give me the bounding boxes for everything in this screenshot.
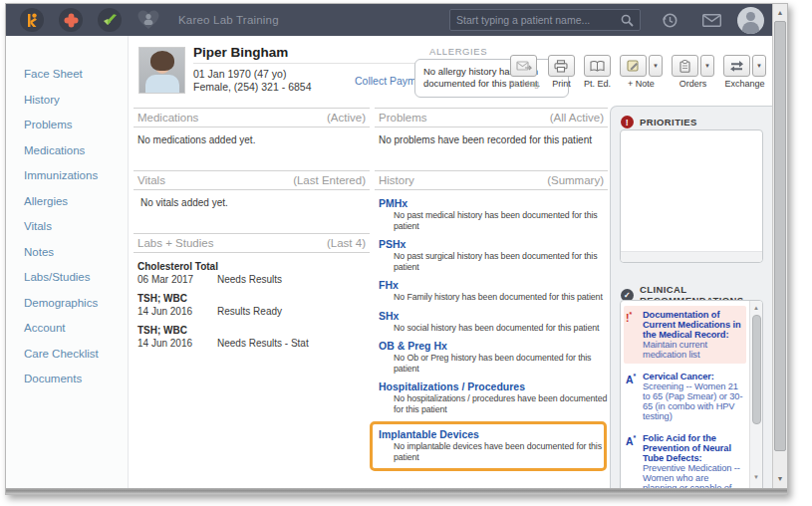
scroll-down-icon[interactable]: ▼: [773, 472, 787, 486]
priorities-header: ! PRIORITIES: [621, 116, 762, 128]
lab-entry[interactable]: TSH; WBC 14 Jun 2016 Results Ready: [137, 292, 366, 318]
screen: Kareo Lab Training: [0, 0, 812, 506]
recommendation-item[interactable]: !* Documentation of Current Medications …: [624, 306, 746, 364]
implantable-devices-highlight: Implantable Devices No implantable devic…: [370, 421, 607, 471]
recommendations-list: !* Documentation of Current Medications …: [620, 300, 763, 488]
facesheet-right-column: Problems (All Active) No problems have b…: [375, 108, 608, 471]
sidebar-item-demographics[interactable]: Demographics: [6, 291, 128, 317]
history-clock-icon[interactable]: [662, 12, 678, 29]
sidebar-item-allergies[interactable]: Allergies: [6, 189, 128, 215]
recommendation-item[interactable]: A* Folic Acid for the Prevention of Neur…: [624, 429, 746, 488]
sidebar-item-labs-studies[interactable]: Labs/Studies: [6, 265, 128, 291]
avatar-body-icon: [742, 22, 759, 34]
sidebar-item-face-sheet[interactable]: Face Sheet: [6, 62, 128, 88]
medications-section: Medications (Active) No medications adde…: [134, 108, 370, 170]
lab-entry[interactable]: Cholesterol Total 06 Mar 2017 Needs Resu…: [137, 260, 366, 286]
main-body: Face Sheet History Problems Medications …: [6, 36, 772, 488]
tasks-check-icon[interactable]: [98, 8, 122, 32]
ob-preg-link[interactable]: OB & Preg Hx: [379, 340, 604, 353]
scrollbar-thumb[interactable]: [774, 21, 786, 451]
medical-cross-icon[interactable]: [59, 8, 83, 32]
orders-button[interactable]: [672, 55, 698, 77]
mail-icon[interactable]: [702, 14, 721, 27]
labs-filter[interactable]: (Last 4): [327, 237, 366, 249]
problems-filter[interactable]: (All Active): [550, 112, 604, 124]
action-add-note: ▼ + Note: [620, 55, 663, 89]
lab-status: Needs Results - Stat: [217, 337, 309, 350]
vitals-section: Vitals (Last Entered) No vitals added ye…: [134, 170, 370, 233]
vitals-filter[interactable]: (Last Entered): [293, 174, 366, 186]
sidebar-item-care-checklist[interactable]: Care Checklist: [6, 342, 128, 368]
patient-search-input[interactable]: [450, 14, 615, 26]
medications-filter[interactable]: (Active): [327, 112, 366, 124]
sidebar-item-vitals[interactable]: Vitals: [6, 214, 128, 240]
pmhx-link[interactable]: PMHx: [379, 197, 604, 210]
search-icon[interactable]: [615, 14, 640, 27]
avatar-head-icon: [746, 12, 755, 21]
action-pt-ed: Pt. Ed.: [584, 55, 611, 89]
sidebar-item-medications[interactable]: Medications: [6, 138, 128, 164]
lab-date: 06 Mar 2017: [137, 273, 217, 286]
vitals-title: Vitals: [137, 174, 165, 186]
history-entry-shx: SHx No social history has been documente…: [379, 310, 604, 334]
scroll-down-icon[interactable]: ▼: [750, 471, 762, 483]
sidebar-item-history[interactable]: History: [6, 88, 128, 114]
history-filter[interactable]: (Summary): [547, 174, 604, 186]
user-avatar[interactable]: [737, 7, 764, 34]
recommendation-item[interactable]: A* Cervical Cancer: Screening -- Women 2…: [624, 368, 746, 425]
lab-status: Results Ready: [217, 305, 282, 318]
shx-link[interactable]: SHx: [379, 310, 604, 323]
history-title: History: [379, 174, 414, 186]
facesheet-left-column: Medications (Active) No medications adde…: [134, 108, 370, 356]
action-print: Print: [548, 55, 575, 89]
lab-date: 14 Jun 2016: [137, 337, 217, 350]
app-window: Kareo Lab Training: [5, 3, 788, 495]
patient-photo: [138, 47, 185, 94]
sidebar-item-immunizations[interactable]: Immunizations: [6, 163, 128, 189]
exchange-dropdown[interactable]: ▼: [752, 55, 766, 77]
orders-dropdown[interactable]: ▼: [700, 55, 714, 77]
action-pt-msg: Pt. Msg: [508, 55, 539, 89]
history-entry-pmhx: PMHx No past medical history has been do…: [379, 197, 604, 231]
fhx-link[interactable]: FHx: [379, 279, 604, 292]
pt-ed-button[interactable]: [584, 55, 611, 77]
window-bottom-edge: [6, 488, 787, 494]
pshx-link[interactable]: PSHx: [379, 238, 604, 251]
lab-entry[interactable]: TSH; WBC 14 Jun 2016 Needs Results - Sta…: [137, 324, 366, 350]
vitals-empty-text: No vitals added yet.: [134, 190, 370, 233]
history-section: History (Summary) PMHx No past medical h…: [375, 170, 608, 471]
history-entry-pshx: PSHx No past surgical history has been d…: [379, 238, 604, 272]
pt-msg-button[interactable]: [510, 55, 537, 77]
recommendations-scrollbar[interactable]: ▲ ▼: [749, 301, 762, 488]
problems-empty-text: No problems have been recorded for this …: [375, 127, 608, 170]
labs-title: Labs + Studies: [137, 237, 213, 249]
lab-status: Needs Results: [217, 273, 282, 286]
scrollbar-thumb[interactable]: [752, 315, 761, 424]
patient-header: Piper Bingham 01 Jan 1970 (47 yo) Female…: [129, 43, 772, 103]
add-note-dropdown[interactable]: ▼: [649, 55, 663, 77]
add-note-button[interactable]: [620, 55, 647, 77]
action-exchange: ▼ Exchange: [723, 55, 766, 89]
print-button[interactable]: [548, 55, 575, 77]
note-pencil-icon: [627, 60, 640, 72]
sidebar: Face Sheet History Problems Medications …: [6, 36, 129, 488]
window-scrollbar[interactable]: ▲ ▼: [772, 4, 787, 494]
priorities-alert-icon: !: [621, 116, 634, 128]
sidebar-item-account[interactable]: Account: [6, 316, 128, 342]
problems-section: Problems (All Active) No problems have b…: [375, 108, 608, 170]
printer-icon: [554, 60, 568, 73]
patient-name: Piper Bingham: [193, 45, 422, 64]
sidebar-item-notes[interactable]: Notes: [6, 240, 128, 266]
hospitalizations-link[interactable]: Hospitalizations / Procedures: [379, 380, 604, 393]
sidebar-item-problems[interactable]: Problems: [6, 113, 128, 138]
patient-action-toolbar: Pt. Msg Print: [508, 55, 766, 89]
scroll-up-icon[interactable]: ▲: [773, 6, 787, 20]
priorities-box: [620, 129, 763, 263]
patient-heart-icon[interactable]: [136, 8, 160, 32]
implantable-devices-link[interactable]: Implantable Devices: [379, 428, 600, 441]
sidebar-item-documents[interactable]: Documents: [6, 367, 128, 392]
medications-title: Medications: [137, 112, 198, 124]
kareo-logo-icon[interactable]: [20, 8, 44, 32]
exchange-button[interactable]: [723, 55, 750, 77]
scroll-up-icon[interactable]: ▲: [750, 302, 762, 314]
